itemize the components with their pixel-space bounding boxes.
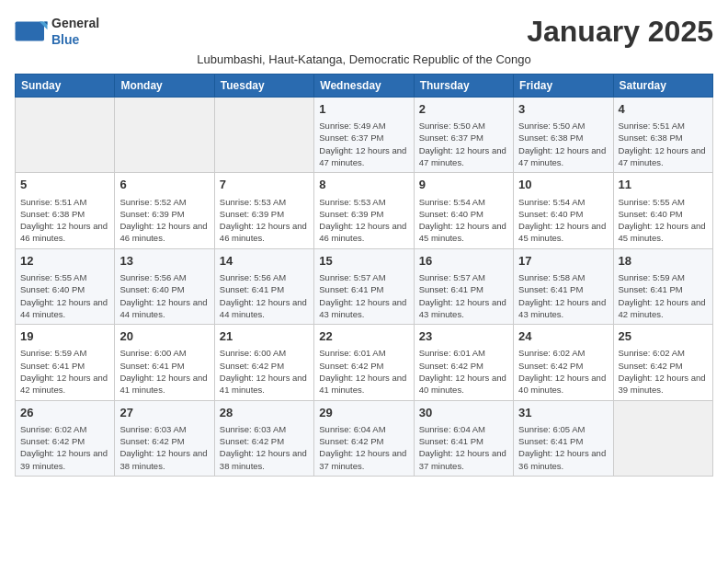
day-info: Sunrise: 5:52 AM Sunset: 6:39 PM Dayligh… [119,196,209,245]
calendar-cell: 12Sunrise: 5:55 AM Sunset: 6:40 PM Dayli… [16,248,115,324]
calendar-cell: 30Sunrise: 6:04 AM Sunset: 6:41 PM Dayli… [414,400,513,476]
calendar-cell [16,98,115,173]
day-number: 27 [119,405,209,421]
day-info: Sunrise: 6:00 AM Sunset: 6:41 PM Dayligh… [119,347,209,396]
calendar-cell [115,98,214,173]
day-info: Sunrise: 6:00 AM Sunset: 6:42 PM Dayligh… [220,347,309,396]
day-info: Sunrise: 5:53 AM Sunset: 6:39 PM Dayligh… [220,196,309,245]
day-number: 3 [518,101,608,118]
day-info: Sunrise: 5:59 AM Sunset: 6:41 PM Dayligh… [20,347,109,396]
logo: General Blue [15,15,99,48]
calendar-cell: 26Sunrise: 6:02 AM Sunset: 6:42 PM Dayli… [16,400,115,476]
week-row-2: 5Sunrise: 5:51 AM Sunset: 6:38 PM Daylig… [16,173,713,248]
calendar-cell: 18Sunrise: 5:59 AM Sunset: 6:41 PM Dayli… [613,248,712,324]
day-number: 23 [419,328,508,345]
day-info: Sunrise: 5:50 AM Sunset: 6:38 PM Dayligh… [518,120,608,168]
calendar-cell: 28Sunrise: 6:03 AM Sunset: 6:42 PM Dayli… [214,400,313,476]
day-number: 17 [518,253,608,270]
day-info: Sunrise: 5:53 AM Sunset: 6:39 PM Dayligh… [319,196,408,245]
calendar-cell: 4Sunrise: 5:51 AM Sunset: 6:38 PM Daylig… [613,98,712,173]
day-info: Sunrise: 5:58 AM Sunset: 6:41 PM Dayligh… [518,271,608,320]
week-row-1: 1Sunrise: 5:49 AM Sunset: 6:37 PM Daylig… [16,98,713,173]
day-number: 6 [119,177,209,193]
calendar-cell: 31Sunrise: 6:05 AM Sunset: 6:41 PM Dayli… [514,400,613,476]
day-number: 31 [518,405,608,421]
logo-general: General [51,16,99,30]
day-info: Sunrise: 5:56 AM Sunset: 6:41 PM Dayligh… [220,271,309,320]
calendar-cell: 1Sunrise: 5:49 AM Sunset: 6:37 PM Daylig… [314,98,414,173]
subtitle: Lubumbashi, Haut-Katanga, Democratic Rep… [15,52,713,66]
day-number: 2 [419,101,508,118]
day-number: 20 [119,328,209,345]
calendar-cell [214,98,313,173]
day-info: Sunrise: 5:59 AM Sunset: 6:41 PM Dayligh… [619,271,708,320]
calendar-cell: 19Sunrise: 5:59 AM Sunset: 6:41 PM Dayli… [16,325,115,400]
calendar-cell: 24Sunrise: 6:02 AM Sunset: 6:42 PM Dayli… [514,325,613,400]
calendar-cell: 5Sunrise: 5:51 AM Sunset: 6:38 PM Daylig… [16,173,115,248]
day-info: Sunrise: 6:02 AM Sunset: 6:42 PM Dayligh… [518,347,608,396]
day-number: 15 [319,253,408,270]
logo-icon [15,18,48,44]
weekday-header-monday: Monday [115,75,214,98]
day-info: Sunrise: 6:03 AM Sunset: 6:42 PM Dayligh… [119,423,209,472]
day-number: 24 [518,328,608,345]
calendar-cell: 10Sunrise: 5:54 AM Sunset: 6:40 PM Dayli… [514,173,613,248]
calendar-cell: 23Sunrise: 6:01 AM Sunset: 6:42 PM Dayli… [414,325,513,400]
calendar-cell: 6Sunrise: 5:52 AM Sunset: 6:39 PM Daylig… [115,173,214,248]
day-info: Sunrise: 5:54 AM Sunset: 6:40 PM Dayligh… [518,196,608,245]
day-info: Sunrise: 6:02 AM Sunset: 6:42 PM Dayligh… [20,423,109,472]
day-number: 12 [20,253,109,270]
calendar-cell: 22Sunrise: 6:01 AM Sunset: 6:42 PM Dayli… [314,325,414,400]
day-number: 22 [319,328,408,345]
day-info: Sunrise: 5:50 AM Sunset: 6:37 PM Dayligh… [419,120,508,168]
day-info: Sunrise: 5:51 AM Sunset: 6:38 PM Dayligh… [619,120,708,168]
calendar-table: SundayMondayTuesdayWednesdayThursdayFrid… [15,74,713,477]
calendar-cell: 17Sunrise: 5:58 AM Sunset: 6:41 PM Dayli… [514,248,613,324]
day-number: 9 [419,177,508,193]
day-info: Sunrise: 6:04 AM Sunset: 6:41 PM Dayligh… [419,423,508,472]
day-info: Sunrise: 6:01 AM Sunset: 6:42 PM Dayligh… [419,347,508,396]
calendar-cell: 16Sunrise: 5:57 AM Sunset: 6:41 PM Dayli… [414,248,513,324]
day-info: Sunrise: 5:54 AM Sunset: 6:40 PM Dayligh… [419,196,508,245]
day-number: 28 [220,405,309,421]
calendar-cell: 25Sunrise: 6:02 AM Sunset: 6:42 PM Dayli… [613,325,712,400]
calendar-cell: 15Sunrise: 5:57 AM Sunset: 6:41 PM Dayli… [314,248,414,324]
day-number: 8 [319,177,408,193]
day-info: Sunrise: 5:57 AM Sunset: 6:41 PM Dayligh… [419,271,508,320]
day-number: 10 [518,177,608,193]
day-number: 7 [220,177,309,193]
calendar-cell [613,400,712,476]
week-row-4: 19Sunrise: 5:59 AM Sunset: 6:41 PM Dayli… [16,325,713,400]
week-row-3: 12Sunrise: 5:55 AM Sunset: 6:40 PM Dayli… [16,248,713,324]
calendar-cell: 9Sunrise: 5:54 AM Sunset: 6:40 PM Daylig… [414,173,513,248]
day-info: Sunrise: 6:01 AM Sunset: 6:42 PM Dayligh… [319,347,408,396]
day-info: Sunrise: 6:04 AM Sunset: 6:42 PM Dayligh… [319,423,408,472]
calendar-cell: 29Sunrise: 6:04 AM Sunset: 6:42 PM Dayli… [314,400,414,476]
day-info: Sunrise: 5:55 AM Sunset: 6:40 PM Dayligh… [619,196,708,245]
day-number: 30 [419,405,508,421]
calendar-cell: 3Sunrise: 5:50 AM Sunset: 6:38 PM Daylig… [514,98,613,173]
calendar-cell: 7Sunrise: 5:53 AM Sunset: 6:39 PM Daylig… [214,173,313,248]
weekday-header-friday: Friday [514,75,613,98]
day-info: Sunrise: 6:03 AM Sunset: 6:42 PM Dayligh… [220,423,309,472]
day-info: Sunrise: 6:02 AM Sunset: 6:42 PM Dayligh… [619,347,708,396]
weekday-header-thursday: Thursday [414,75,513,98]
day-info: Sunrise: 6:05 AM Sunset: 6:41 PM Dayligh… [518,423,608,472]
calendar-cell: 27Sunrise: 6:03 AM Sunset: 6:42 PM Dayli… [115,400,214,476]
day-info: Sunrise: 5:49 AM Sunset: 6:37 PM Dayligh… [319,120,408,168]
day-number: 5 [20,177,109,193]
day-number: 16 [419,253,508,270]
week-row-5: 26Sunrise: 6:02 AM Sunset: 6:42 PM Dayli… [16,400,713,476]
calendar-cell: 11Sunrise: 5:55 AM Sunset: 6:40 PM Dayli… [613,173,712,248]
day-number: 21 [220,328,309,345]
logo-blue: Blue [51,32,79,47]
day-number: 19 [20,328,109,345]
calendar-cell: 20Sunrise: 6:00 AM Sunset: 6:41 PM Dayli… [115,325,214,400]
day-info: Sunrise: 5:51 AM Sunset: 6:38 PM Dayligh… [20,196,109,245]
day-number: 25 [619,328,708,345]
weekday-header-wednesday: Wednesday [314,75,414,98]
day-number: 13 [119,253,209,270]
day-number: 4 [619,101,708,118]
calendar-cell: 21Sunrise: 6:00 AM Sunset: 6:42 PM Dayli… [214,325,313,400]
day-info: Sunrise: 5:56 AM Sunset: 6:40 PM Dayligh… [119,271,209,320]
